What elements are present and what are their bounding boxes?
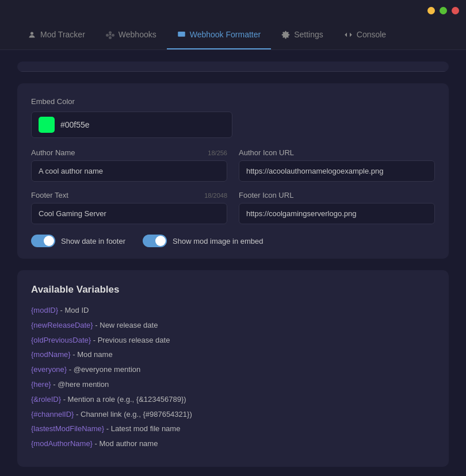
console-icon	[344, 30, 353, 39]
traffic-light-yellow[interactable]	[427, 7, 435, 14]
title-bar	[0, 0, 466, 21]
fields-grid: Author Name 18/256 Author Icon URL Foote…	[31, 148, 435, 224]
nav-item-mod-tracker[interactable]: Mod Tracker	[17, 21, 96, 49]
footer-text-counter: 18/2048	[204, 192, 227, 199]
var-name-1: {newReleaseDate}	[31, 321, 93, 329]
author-name-label: Author Name	[31, 148, 75, 157]
navbar: Mod Tracker Webhooks Webhook Formatter S…	[0, 21, 466, 50]
svg-point-0	[30, 32, 33, 34]
nav-item-webhook-formatter[interactable]: Webhook Formatter	[167, 21, 271, 49]
var-line-6: {&roleID} - Mention a role (e.g., {&1234…	[31, 394, 435, 406]
var-desc-2: - Previous release date	[91, 336, 170, 344]
var-desc-0: - Mod ID	[58, 306, 89, 314]
nav-label-webhooks: Webhooks	[119, 30, 156, 39]
var-line-1: {newReleaseDate} - New release date	[31, 320, 435, 332]
var-line-7: {#channelID} - Channel link (e.g., {#987…	[31, 409, 435, 421]
var-desc-1: - New release date	[93, 321, 158, 329]
traffic-light-red[interactable]	[452, 7, 459, 14]
embed-color-row[interactable]: #00f55e	[31, 112, 232, 138]
footer-text-input[interactable]	[31, 203, 227, 224]
var-desc-3: - Mod name	[71, 350, 113, 359]
variables-title: Available Variables	[31, 284, 435, 295]
var-name-8: {lastestModFileName}	[31, 424, 104, 433]
nav-label-mod-tracker: Mod Tracker	[40, 30, 85, 39]
nav-item-settings[interactable]: Settings	[271, 21, 334, 49]
main-content: Embed Color #00f55e Author Name 18/256 A…	[0, 50, 466, 476]
author-icon-url-label-row: Author Icon URL	[239, 148, 435, 157]
var-line-2: {oldPreviousDate} - Previous release dat…	[31, 335, 435, 347]
gear-icon	[281, 30, 290, 39]
embed-color-label: Embed Color	[31, 97, 435, 106]
var-desc-7: - Channel link (e.g., {#987654321})	[74, 410, 192, 419]
var-name-2: {oldPreviousDate}	[31, 336, 91, 344]
footer-text-label-row: Footer Text 18/2048	[31, 191, 227, 199]
nav-item-webhooks[interactable]: Webhooks	[96, 21, 167, 49]
traffic-light-green[interactable]	[440, 7, 447, 14]
var-name-9: {modAuthorName}	[31, 439, 93, 448]
author-icon-url-group: Author Icon URL	[239, 148, 435, 182]
monitor-icon	[177, 30, 186, 39]
footer-icon-url-label: Footer Icon URL	[239, 191, 293, 199]
toggle-show-date[interactable]: Show date in footer	[31, 235, 125, 247]
var-name-6: {&roleID}	[31, 395, 61, 404]
var-line-4: {everyone} - @everyone mention	[31, 364, 435, 376]
var-name-5: {here}	[31, 380, 51, 389]
nav-label-webhook-formatter: Webhook Formatter	[190, 30, 261, 39]
toggle-row: Show date in footer Show mod image in em…	[31, 235, 435, 247]
color-text-value: #00f55e	[60, 120, 90, 129]
toggle-switch-show-mod-image[interactable]	[143, 235, 167, 247]
author-icon-url-input[interactable]	[239, 160, 435, 182]
var-line-0: {modID} - Mod ID	[31, 305, 435, 317]
footer-icon-url-group: Footer Icon URL	[239, 191, 435, 224]
author-icon-url-label: Author Icon URL	[239, 148, 294, 157]
toggle-label-show-mod-image: Show mod image in embed	[173, 237, 263, 245]
variables-card: Available Variables {modID} - Mod ID {ne…	[17, 270, 449, 467]
var-desc-6: - Mention a role (e.g., {&123456789})	[61, 395, 186, 404]
nav-label-console: Console	[357, 30, 386, 39]
nav-item-console[interactable]: Console	[334, 21, 396, 49]
footer-icon-url-label-row: Footer Icon URL	[239, 191, 435, 199]
footer-text-label: Footer Text	[31, 191, 68, 199]
var-line-5: {here} - @here mention	[31, 379, 435, 391]
author-name-group: Author Name 18/256	[31, 148, 227, 182]
var-name-3: {modName}	[31, 350, 71, 359]
form-card: Embed Color #00f55e Author Name 18/256 A…	[17, 83, 449, 259]
toggle-switch-show-date[interactable]	[31, 235, 55, 247]
var-name-0: {modID}	[31, 306, 58, 314]
nav-label-settings: Settings	[294, 30, 323, 39]
footer-icon-url-input[interactable]	[239, 203, 435, 224]
footer-text-group: Footer Text 18/2048	[31, 191, 227, 224]
author-name-label-row: Author Name 18/256	[31, 148, 227, 157]
var-desc-4: - @everyone mention	[67, 365, 140, 374]
var-desc-5: - @here mention	[51, 380, 109, 389]
var-line-8: {lastestModFileName} - Latest mod file n…	[31, 423, 435, 435]
partial-top-card	[17, 62, 449, 72]
var-name-4: {everyone}	[31, 365, 67, 374]
author-name-counter: 18/256	[208, 149, 227, 156]
var-line-3: {modName} - Mod name	[31, 349, 435, 361]
svg-rect-1	[178, 31, 185, 36]
author-name-input[interactable]	[31, 160, 227, 182]
webhooks-icon	[106, 30, 114, 39]
user-icon	[28, 30, 36, 39]
toggle-label-show-date: Show date in footer	[61, 237, 125, 245]
color-swatch	[39, 117, 55, 133]
toggle-show-mod-image[interactable]: Show mod image in embed	[143, 235, 263, 247]
var-name-7: {#channelID}	[31, 410, 74, 419]
var-desc-9: - Mod author name	[93, 439, 158, 448]
var-line-9: {modAuthorName} - Mod author name	[31, 438, 435, 450]
var-desc-8: - Latest mod file name	[104, 424, 180, 433]
